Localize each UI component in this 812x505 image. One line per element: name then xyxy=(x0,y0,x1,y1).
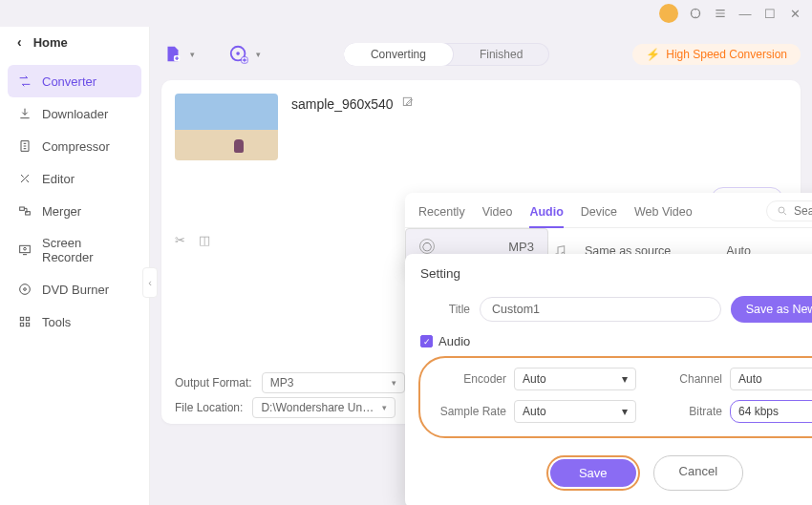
sidebar: ‹ Home Converter Downloader Compressor E… xyxy=(0,27,150,505)
screen-recorder-icon xyxy=(17,242,32,258)
svg-rect-1 xyxy=(20,207,25,210)
svg-point-5 xyxy=(20,284,31,295)
cancel-button[interactable]: Cancel xyxy=(653,455,743,491)
file-location-select[interactable]: D:\Wondershare UniConverter 1▾ xyxy=(252,397,395,418)
channel-select[interactable]: Auto▾ xyxy=(730,368,812,390)
edit-tools: ✂ ◫ xyxy=(175,233,210,247)
sidebar-item-label: Merger xyxy=(42,204,81,219)
merger-icon xyxy=(17,203,32,219)
sample-rate-select[interactable]: Auto▾ xyxy=(514,400,636,423)
scissors-icon[interactable]: ✂ xyxy=(175,233,185,247)
sidebar-item-converter[interactable]: Converter xyxy=(8,65,141,97)
svg-point-13 xyxy=(236,52,240,55)
file-name: sample_960x540 xyxy=(291,96,394,112)
support-icon[interactable] xyxy=(688,6,703,21)
svg-point-0 xyxy=(691,9,699,17)
add-file-button[interactable] xyxy=(161,43,184,66)
downloader-icon xyxy=(17,106,32,121)
title-input[interactable]: Custom1 xyxy=(480,297,721,322)
editor-icon xyxy=(17,171,32,186)
home-link[interactable]: ‹ Home xyxy=(0,27,149,61)
rename-icon[interactable] xyxy=(401,95,415,112)
title-label: Title xyxy=(420,303,470,316)
audio-settings-highlight: Encoder Auto▾ Channel Auto▾ Sample Rate … xyxy=(418,356,812,438)
status-segmented: Converting Finished xyxy=(344,43,549,66)
setting-modal: Setting ✕ Title Custom1 Save as New Pres… xyxy=(405,254,812,505)
svg-rect-10 xyxy=(26,323,29,326)
sidebar-item-label: DVD Burner xyxy=(42,283,109,297)
compressor-icon xyxy=(17,138,32,154)
hsc-label: High Speed Conversion xyxy=(666,48,787,61)
sidebar-item-compressor[interactable]: Compressor xyxy=(8,130,141,162)
save-button[interactable]: Save xyxy=(550,459,636,487)
chevron-down-icon[interactable]: ▾ xyxy=(190,50,195,59)
chevron-left-icon: ‹ xyxy=(17,34,22,50)
profile-search[interactable] xyxy=(766,200,812,221)
svg-rect-3 xyxy=(20,245,31,252)
titlebar: — ☐ ✕ xyxy=(0,0,812,27)
tab-audio[interactable]: Audio xyxy=(529,201,563,228)
svg-rect-2 xyxy=(26,212,31,215)
file-card: sample_960x540 ✂ ◫ Convert Recently Vide… xyxy=(161,80,801,424)
output-format-select[interactable]: MP3▾ xyxy=(262,372,405,393)
tab-device[interactable]: Device xyxy=(581,201,617,226)
audio-checkbox[interactable]: ✓ xyxy=(420,335,433,347)
format-label: MP3 xyxy=(508,240,534,254)
tab-web-video[interactable]: Web Video xyxy=(634,201,693,226)
tab-finished[interactable]: Finished xyxy=(453,43,549,66)
sidebar-item-merger[interactable]: Merger xyxy=(8,195,141,227)
save-as-new-preset-button[interactable]: Save as New Preset xyxy=(731,296,812,323)
search-icon xyxy=(777,205,788,217)
modal-title: Setting xyxy=(420,266,460,281)
svg-point-6 xyxy=(24,288,27,291)
sample-rate-label: Sample Rate xyxy=(438,405,506,418)
encoder-label: Encoder xyxy=(438,372,506,386)
svg-point-4 xyxy=(24,247,27,250)
audio-section-label: Audio xyxy=(438,334,470,348)
encoder-select[interactable]: Auto▾ xyxy=(514,368,636,390)
file-location-label: File Location: xyxy=(175,401,243,414)
svg-rect-8 xyxy=(26,317,29,320)
svg-point-16 xyxy=(779,207,784,213)
sidebar-item-label: Screen Recorder xyxy=(42,236,132,264)
bitrate-select[interactable]: 64 kbps▾ xyxy=(730,400,812,423)
high-speed-conversion-badge[interactable]: ⚡ High Speed Conversion xyxy=(632,44,801,65)
dvd-burner-icon xyxy=(17,282,32,297)
tab-video[interactable]: Video xyxy=(482,201,513,226)
avatar[interactable] xyxy=(659,4,678,23)
crop-icon[interactable]: ◫ xyxy=(199,233,210,247)
menu-icon[interactable] xyxy=(713,6,728,21)
video-thumbnail[interactable] xyxy=(175,94,278,160)
sidebar-item-screen-recorder[interactable]: Screen Recorder xyxy=(8,227,141,273)
svg-rect-7 xyxy=(20,317,23,320)
sidebar-item-tools[interactable]: Tools xyxy=(8,305,141,338)
chevron-down-icon[interactable]: ▾ xyxy=(256,50,261,59)
tab-converting[interactable]: Converting xyxy=(344,43,453,66)
bolt-icon: ⚡ xyxy=(646,48,660,61)
converter-icon xyxy=(17,74,32,89)
sidebar-item-editor[interactable]: Editor xyxy=(8,162,141,195)
close-button[interactable]: ✕ xyxy=(787,6,802,21)
svg-rect-9 xyxy=(20,323,23,326)
output-format-label: Output Format: xyxy=(175,376,252,389)
add-from-device-button[interactable] xyxy=(227,43,250,66)
sidebar-item-label: Converter xyxy=(42,74,96,89)
tools-icon xyxy=(17,314,32,329)
channel-label: Channel xyxy=(653,372,722,386)
home-label: Home xyxy=(33,35,68,50)
save-highlight: Save xyxy=(546,455,640,491)
sidebar-item-dvd-burner[interactable]: DVD Burner xyxy=(8,273,141,305)
toolbar: ▾ ▾ Converting Finished ⚡ High Speed Con… xyxy=(161,34,801,74)
disc-icon: ◯ xyxy=(419,239,435,254)
sidebar-item-label: Downloader xyxy=(42,107,108,121)
main-area: ▾ ▾ Converting Finished ⚡ High Speed Con… xyxy=(150,27,812,505)
sidebar-item-label: Compressor xyxy=(42,139,110,154)
profile-search-input[interactable] xyxy=(794,204,812,218)
sidebar-item-label: Tools xyxy=(42,315,71,329)
maximize-button[interactable]: ☐ xyxy=(762,6,778,21)
minimize-button[interactable]: — xyxy=(737,6,753,21)
bitrate-label: Bitrate xyxy=(653,405,722,418)
tab-recently[interactable]: Recently xyxy=(418,201,465,226)
sidebar-item-label: Editor xyxy=(42,172,75,186)
sidebar-item-downloader[interactable]: Downloader xyxy=(8,97,141,130)
